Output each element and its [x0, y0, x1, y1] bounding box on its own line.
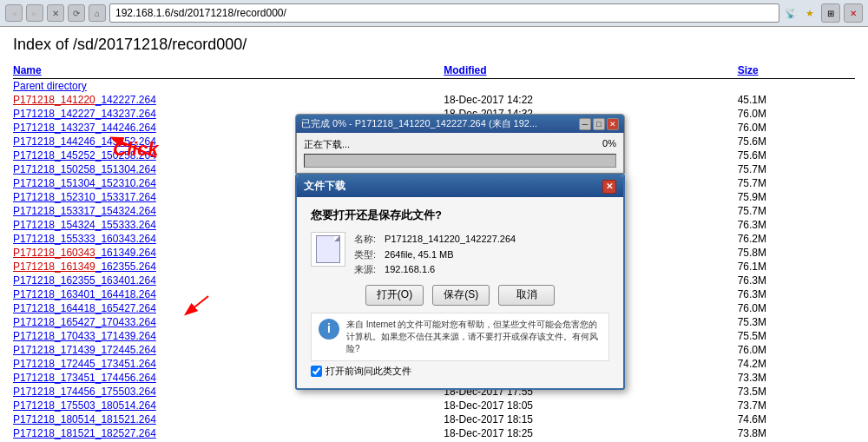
stop-button[interactable]: ✕ [47, 4, 64, 22]
file-name-value: P171218_141220_142227.264 [385, 234, 516, 244]
file-link[interactable]: P171218_164418 [13, 302, 95, 314]
page-content: Index of /sd/20171218/record000/ Name Mo… [0, 27, 868, 442]
file-link-suffix[interactable]: _175503.264 [95, 386, 156, 398]
parent-directory-row: Parent directory [13, 79, 855, 94]
file-link[interactable]: P171218_162355 [13, 274, 95, 287]
file-link-suffix[interactable]: _154324.264 [95, 205, 156, 217]
file-link[interactable]: P171218_170433 [13, 330, 95, 342]
dialog-question: 您要打开还是保存此文件? [311, 208, 609, 223]
file-link-suffix[interactable]: _151304.264 [95, 163, 156, 175]
file-link-suffix[interactable]: _145252.264 [95, 135, 156, 148]
file-link[interactable]: P171218_154324 [13, 219, 95, 231]
ask-checkbox[interactable] [311, 366, 322, 377]
progress-window: 已完成 0% - P171218_141220_142227.264 (来自 1… [295, 114, 625, 174]
file-link-suffix[interactable]: _181521.264 [95, 413, 156, 426]
file-link[interactable]: P171218_174456 [13, 386, 95, 398]
browser-icons: 📡 ★ ⊞ ✕ [783, 3, 863, 23]
dialog-warning: i 来自 Internet 的文件可能对您有帮助，但某些文件可能会危害您的计算机… [311, 313, 609, 361]
file-link-suffix[interactable]: _153317.264 [95, 191, 156, 203]
file-link-suffix[interactable]: _182527.264 [95, 427, 156, 439]
open-button[interactable]: 打开(O) [365, 285, 424, 306]
file-link[interactable]: P171218_153317 [13, 205, 95, 217]
forward-button[interactable]: ► [26, 4, 43, 22]
file-link[interactable]: P171218_175503 [13, 399, 95, 412]
file-link[interactable]: P171218_163401 [13, 288, 95, 300]
name-column-header[interactable]: Name [13, 64, 42, 76]
file-icon [311, 232, 345, 267]
home-button[interactable]: ⌂ [89, 4, 106, 22]
dialog-close-button[interactable]: ✕ [602, 180, 616, 194]
minimize-progress-btn[interactable]: ─ [579, 118, 591, 130]
size-column-header[interactable]: Size [738, 64, 759, 76]
file-link-suffix[interactable]: _163401.264 [95, 274, 156, 287]
parent-directory-link[interactable]: Parent directory [13, 80, 87, 92]
dialog-buttons: 打开(O) 保存(S) 取消 [311, 285, 609, 306]
file-link[interactable]: P171218_180514 [13, 413, 95, 426]
file-type-icon [316, 235, 340, 263]
progress-bar-body: 正在下载... 0% [296, 133, 624, 173]
file-link[interactable]: P171218_171439 [13, 344, 95, 356]
file-link-suffix[interactable]: _165427.264 [95, 302, 156, 314]
maximize-progress-btn[interactable]: □ [593, 118, 605, 130]
file-link-suffix[interactable]: _142227.264 [95, 94, 156, 106]
tools-button[interactable]: ⊞ [821, 3, 840, 23]
file-link-suffix[interactable]: _174456.264 [95, 372, 156, 384]
file-link[interactable]: P171218_160343 [13, 247, 95, 259]
download-dialog-container: 已完成 0% - P171218_141220_142227.264 (来自 1… [295, 114, 625, 390]
browser-toolbar: ◄ ► ✕ ⟳ ⌂ 📡 ★ ⊞ ✕ [0, 0, 868, 26]
file-link[interactable]: P171218_172445 [13, 358, 95, 370]
file-link[interactable]: P171218_165427 [13, 316, 95, 328]
table-row: P171218_181521_182527.26418-Dec-2017 18:… [13, 426, 855, 440]
file-link-suffix[interactable]: _144246.264 [95, 122, 156, 134]
file-source-label: 来源: [354, 262, 382, 278]
file-link-suffix[interactable]: _152310.264 [95, 177, 156, 189]
file-link-suffix[interactable]: _160343.264 [95, 233, 156, 245]
page-title: Index of /sd/20171218/record000/ [13, 36, 855, 54]
feed-icon[interactable]: 📡 [783, 5, 799, 21]
file-link[interactable]: P171218_144246 [13, 135, 95, 148]
file-link[interactable]: P171218_155333 [13, 233, 95, 245]
progress-track [304, 154, 616, 168]
file-link[interactable]: P171218_141220 [13, 94, 95, 106]
cancel-button[interactable]: 取消 [498, 285, 555, 306]
download-dialog: 文件下载 ✕ 您要打开还是保存此文件? 名称: P171218_141220_1… [295, 174, 625, 390]
file-link[interactable]: P171218_152310 [13, 191, 95, 203]
file-link-suffix[interactable]: _170433.264 [95, 316, 156, 328]
dialog-title-bar: 文件下载 ✕ [297, 175, 623, 197]
file-link-suffix[interactable]: _162355.264 [95, 261, 156, 273]
file-link-suffix[interactable]: _143237.264 [95, 108, 156, 120]
file-source-value: 192.168.1.6 [385, 264, 435, 274]
file-link[interactable]: P171218_150258 [13, 163, 95, 175]
file-link-suffix[interactable]: _150258.264 [95, 149, 156, 162]
table-row: P171218_175503_180514.26418-Dec-2017 18:… [13, 399, 855, 412]
file-link[interactable]: P171218_181521 [13, 427, 95, 439]
safety-button[interactable]: ✕ [844, 3, 863, 23]
back-button[interactable]: ◄ [5, 4, 23, 22]
favorites-icon[interactable]: ★ [802, 5, 818, 21]
dialog-body: 您要打开还是保存此文件? 名称: P171218_141220_142227.2… [297, 197, 623, 388]
file-link-suffix[interactable]: _180514.264 [95, 399, 156, 412]
file-link[interactable]: P171218_142227 [13, 108, 95, 120]
refresh-button[interactable]: ⟳ [68, 4, 85, 22]
file-link-suffix[interactable]: _172445.264 [95, 344, 156, 356]
warning-icon: i [319, 319, 339, 340]
file-type-value: 264file, 45.1 MB [385, 249, 454, 260]
browser-chrome: ◄ ► ✕ ⟳ ⌂ 📡 ★ ⊞ ✕ [0, 0, 868, 27]
file-link[interactable]: P171218_151304 [13, 177, 95, 189]
file-link[interactable]: P171218_145252 [13, 149, 95, 162]
warning-text: 来自 Internet 的文件可能对您有帮助，但某些文件可能会危害您的计算机。如… [346, 319, 602, 355]
address-bar[interactable] [109, 3, 779, 23]
modified-column-header[interactable]: Modified [444, 64, 486, 76]
file-link[interactable]: P171218_161349 [13, 261, 95, 273]
progress-title: 已完成 0% - P171218_141220_142227.264 (来自 1… [301, 117, 537, 130]
file-link-suffix[interactable]: _161349.264 [95, 247, 156, 259]
file-link[interactable]: P171218_173451 [13, 372, 95, 384]
file-link-suffix[interactable]: _164418.264 [95, 288, 156, 300]
file-details: 名称: P171218_141220_142227.264 类型: 264fil… [354, 232, 516, 278]
close-progress-btn[interactable]: ✕ [607, 118, 619, 130]
file-link-suffix[interactable]: _155333.264 [95, 219, 156, 231]
file-link-suffix[interactable]: _171439.264 [95, 330, 156, 342]
save-button[interactable]: 保存(S) [432, 285, 490, 306]
file-link[interactable]: P171218_143237 [13, 122, 95, 134]
file-link-suffix[interactable]: _173451.264 [95, 358, 156, 370]
